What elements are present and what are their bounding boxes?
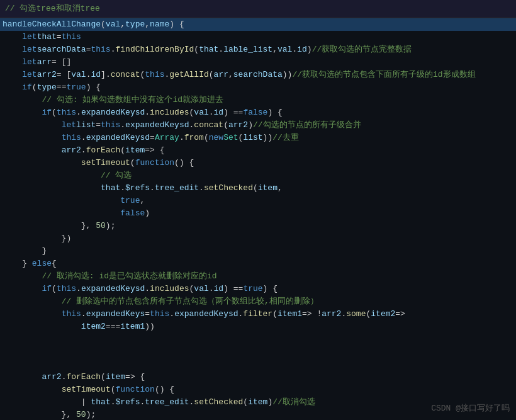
code-line: setTimeout(function () { xyxy=(0,157,516,169)
code-line: let searchData = this.findChildrenById(t… xyxy=(0,43,516,56)
code-body[interactable]: handleCheckAllChange(val, type, name) { … xyxy=(0,18,516,421)
code-line: let arr = [] xyxy=(0,56,516,69)
code-line: if (this.expandedKeysd.includes(val.id) … xyxy=(0,283,516,295)
code-line: // 勾选: 如果勾选数组中没有这个id就添加进去 xyxy=(0,94,516,106)
code-container: // 勾选tree和取消tree handleCheckAllChange(va… xyxy=(0,0,516,420)
code-line: true, xyxy=(0,195,516,207)
code-line xyxy=(0,333,516,371)
code-header: // 勾选tree和取消tree xyxy=(0,0,516,18)
code-line: this.expandedKeysd = Array.from(new Set(… xyxy=(0,132,516,144)
code-line: item2 === item1)) xyxy=(0,321,516,333)
code-line: } else { xyxy=(0,258,516,270)
code-line: } xyxy=(0,245,516,258)
code-line: false) xyxy=(0,207,516,220)
code-line: // 勾选 xyxy=(0,169,516,182)
code-line: this.expandedKeys = this.expandedKeysd.f… xyxy=(0,308,516,321)
code-line: handleCheckAllChange(val, type, name) { xyxy=(0,18,516,31)
code-line: that.$refs.tree_edit.setChecked(item, xyxy=(0,182,516,195)
code-line: let that = this xyxy=(0,31,516,43)
header-comment: // 勾选tree和取消tree xyxy=(5,4,100,13)
code-line: }) xyxy=(0,232,516,245)
code-line: // 删除选中的节点包含所有子节点勾选（两个数组比较,相同的删除） xyxy=(0,295,516,308)
code-line: arr2.forEach(item => { xyxy=(0,371,516,383)
code-line: let list = this.expandedKeysd.concat(arr… xyxy=(0,119,516,132)
code-line: if (this.expandedKeysd.includes(val.id) … xyxy=(0,106,516,119)
code-line: setTimeout(function () { xyxy=(0,383,516,396)
code-line: // 取消勾选: id是已勾选状态就删除对应的id xyxy=(0,270,516,283)
watermark: CSDN @接口写好了吗 xyxy=(431,402,510,414)
code-line: if (type == true) { xyxy=(0,81,516,94)
code-line: }, 50); xyxy=(0,220,516,232)
code-line: arr2.forEach(item => { xyxy=(0,144,516,157)
code-line: let arr2 = [val.id].concat(this.getAllId… xyxy=(0,69,516,81)
